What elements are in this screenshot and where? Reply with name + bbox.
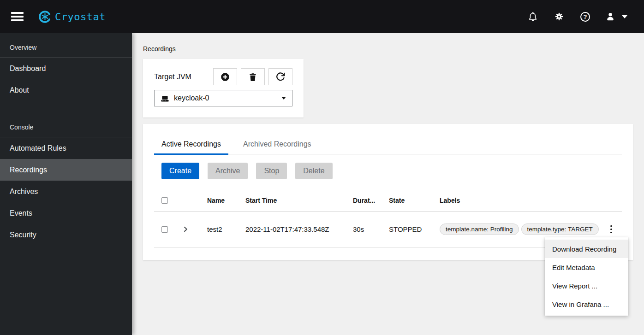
column-header-state: State <box>389 197 440 204</box>
row-actions-menu: Download Recording Edit Metadata View Re… <box>545 237 628 316</box>
recordings-toolbar: Create Archive Stop Delete <box>161 163 622 179</box>
label-template-name: template.name: Profiling <box>440 223 519 235</box>
user-menu[interactable] <box>605 12 627 22</box>
help-button[interactable]: ? <box>579 11 591 23</box>
menu-item-download-recording[interactable]: Download Recording <box>545 240 628 258</box>
stop-recording-button[interactable]: Stop <box>256 163 287 179</box>
chevron-right-icon <box>183 226 189 232</box>
sidebar-item-archives[interactable]: Archives <box>0 181 132 202</box>
brand-name: Cryostat <box>55 11 106 23</box>
cryostat-logo-icon <box>38 10 52 24</box>
target-jvm-label: Target JVM <box>154 73 209 81</box>
sidebar-item-events[interactable]: Events <box>0 202 132 224</box>
delete-target-button[interactable] <box>241 68 265 85</box>
column-header-name: Name <box>196 197 245 204</box>
container-node-icon <box>161 94 169 103</box>
expand-row-button[interactable] <box>180 223 191 235</box>
plus-circle-icon <box>220 72 230 82</box>
recording-name: test2 <box>196 225 245 233</box>
recording-labels: template.name: Profiling template.type: … <box>440 223 601 235</box>
select-all-checkbox[interactable] <box>161 197 168 204</box>
settings-button[interactable] <box>553 11 565 23</box>
label-template-type: template.type: TARGET <box>521 223 599 235</box>
sidebar-item-about[interactable]: About <box>0 79 132 101</box>
brand[interactable]: Cryostat <box>38 10 106 24</box>
chevron-down-icon <box>281 97 286 100</box>
question-icon: ? <box>580 12 590 22</box>
breadcrumb: Recordings <box>132 33 644 59</box>
recording-start-time: 2022-11-02T17:47:33.548Z <box>245 225 353 233</box>
refresh-icon <box>275 72 286 82</box>
nav-group-title: Overview <box>0 33 132 57</box>
nav-toggle-button[interactable] <box>8 9 26 24</box>
recording-duration: 30s <box>353 225 389 233</box>
sidebar-item-automated-rules[interactable]: Automated Rules <box>0 137 132 159</box>
target-jvm-card: Target JVM <box>143 59 304 118</box>
delete-recording-button[interactable]: Delete <box>295 163 332 179</box>
sidebar-item-security[interactable]: Security <box>0 224 132 246</box>
recording-state: STOPPED <box>389 225 440 233</box>
create-recording-button[interactable]: Create <box>161 163 199 179</box>
user-icon <box>605 12 615 22</box>
masthead: Cryostat <box>0 0 644 33</box>
selected-target-value: keycloak-0 <box>174 94 209 102</box>
divider <box>0 101 132 113</box>
target-select-dropdown[interactable]: keycloak-0 <box>154 90 292 106</box>
column-header-start-time: Start Time <box>245 197 353 204</box>
row-actions-kebab-button[interactable] <box>608 223 615 236</box>
column-header-duration: Durat... <box>353 197 389 204</box>
nav-group-console: Console Automated Rules Recordings Archi… <box>0 113 132 246</box>
create-target-button[interactable] <box>213 68 237 85</box>
row-checkbox[interactable] <box>161 226 168 233</box>
sidebar-item-dashboard[interactable]: Dashboard <box>0 58 132 79</box>
tab-active-recordings[interactable]: Active Recordings <box>154 135 228 154</box>
menu-item-view-report[interactable]: View Report ... <box>545 276 628 295</box>
tab-archived-recordings[interactable]: Archived Recordings <box>236 135 319 154</box>
column-header-labels: Labels <box>440 197 601 204</box>
gear-icon <box>554 12 564 22</box>
table-header-row: Name Start Time Durat... State Labels <box>154 190 622 212</box>
chevron-down-icon <box>622 15 627 18</box>
bell-icon <box>528 12 538 22</box>
sidebar-item-recordings[interactable]: Recordings <box>0 159 132 181</box>
trash-icon <box>248 72 257 82</box>
menu-item-view-in-grafana[interactable]: View in Grafana ... <box>545 295 628 313</box>
archive-recording-button[interactable]: Archive <box>208 163 248 179</box>
refresh-targets-button[interactable] <box>268 68 292 85</box>
sidebar: Overview Dashboard About Console Automat… <box>0 33 132 335</box>
nav-group-title: Console <box>0 113 132 137</box>
recordings-tabs: Active Recordings Archived Recordings <box>154 135 622 154</box>
nav-group-overview: Overview Dashboard About <box>0 33 132 101</box>
menu-item-edit-metadata[interactable]: Edit Metadata <box>545 258 628 276</box>
notifications-button[interactable] <box>527 11 539 23</box>
